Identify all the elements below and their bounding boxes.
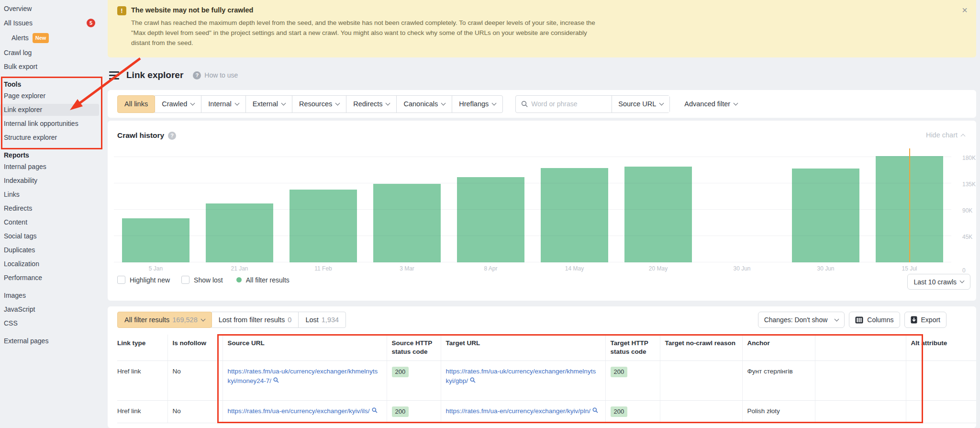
checkbox-icon	[117, 276, 125, 284]
chart-bar[interactable]	[541, 168, 608, 262]
gridline	[114, 262, 951, 262]
url-search-icon[interactable]	[273, 377, 279, 383]
filter-tab-hreflangs[interactable]: Hreflangs	[452, 95, 503, 113]
sidebar-item-social-tags[interactable]: Social tags	[0, 230, 99, 242]
highlight-new-checkbox[interactable]: Highlight new	[117, 276, 170, 284]
chart-bar-slot: 8 Apr	[449, 148, 533, 262]
sidebar-item-internal-pages[interactable]: Internal pages	[0, 161, 99, 173]
chart-bar[interactable]	[290, 190, 357, 262]
chart-bar[interactable]	[457, 177, 524, 262]
filter-tab-redirects[interactable]: Redirects	[346, 95, 397, 113]
banner-title: The website may not be fully crawled	[131, 6, 602, 14]
url-search-icon[interactable]	[470, 377, 476, 383]
sidebar-item-alerts[interactable]: AlertsNew	[0, 31, 99, 45]
gridline	[114, 157, 951, 157]
cell-source-status: 200	[387, 361, 441, 401]
search-input[interactable]	[531, 100, 612, 108]
chevron-down-icon	[386, 101, 390, 105]
filter-tab-label: Crawled	[162, 100, 187, 108]
table-tab-lost[interactable]: Lost1,934	[298, 312, 346, 328]
x-axis-label: 3 Mar	[365, 265, 449, 272]
sidebar-item-indexability[interactable]: Indexability	[0, 175, 99, 187]
sidebar-item-label: All Issues	[4, 19, 33, 27]
columns-icon	[855, 316, 863, 324]
tab-count: 1,934	[322, 316, 339, 324]
tab-count: 169,528	[172, 316, 197, 324]
chevron-up-icon	[961, 134, 966, 138]
table-header-row: Link typeIs nofollowSource URLSource HTT…	[117, 335, 976, 361]
sidebar-item-page-explorer[interactable]: Page explorer	[0, 90, 99, 102]
sidebar-item-label: Images	[4, 292, 26, 300]
sidebar-item-label: Page explorer	[4, 92, 45, 100]
sidebar-section: OverviewAll Issues5AlertsNewCrawl logBul…	[0, 3, 108, 73]
sidebar-item-images[interactable]: Images	[0, 290, 99, 302]
cell-is-nofollow: No	[167, 401, 223, 423]
source-url-link[interactable]: https://rates.fm/ua-en/currency/exchange…	[228, 407, 378, 415]
filter-tab-resources[interactable]: Resources	[292, 95, 346, 113]
changes-label: Changes: Don't show	[764, 316, 828, 324]
sidebar-item-css[interactable]: CSS	[0, 317, 99, 329]
sidebar-item-links[interactable]: Links	[0, 189, 99, 201]
search-scope-dropdown[interactable]: Source URL	[612, 96, 669, 113]
filter-tab-label: Canonicals	[403, 100, 438, 108]
sidebar-item-performance[interactable]: Performance	[0, 272, 99, 284]
x-axis-label: 11 Feb	[281, 265, 365, 272]
crawl-range-dropdown[interactable]: Last 10 crawls	[907, 274, 970, 290]
target-url-link[interactable]: https://rates.fm/ua-uk/currency/exchange…	[446, 368, 596, 384]
sidebar: OverviewAll Issues5AlertsNewCrawl logBul…	[0, 0, 108, 428]
sidebar-item-duplicates[interactable]: Duplicates	[0, 244, 99, 256]
show-lost-checkbox[interactable]: Show lost	[181, 276, 223, 284]
chevron-down-icon	[734, 101, 738, 105]
url-search-icon[interactable]	[592, 407, 598, 413]
sidebar-item-redirects[interactable]: Redirects	[0, 203, 99, 214]
column-header-source-http-status-code: Source HTTP status code	[387, 335, 441, 361]
url-search-icon[interactable]	[372, 407, 378, 413]
export-icon	[911, 316, 917, 324]
chevron-down-icon	[200, 316, 205, 321]
sidebar-item-content[interactable]: Content	[0, 216, 99, 228]
sidebar-item-label: Social tags	[4, 232, 36, 240]
sidebar-section: External pages	[0, 335, 108, 347]
filter-tab-internal[interactable]: Internal	[201, 95, 245, 113]
hide-chart-button[interactable]: Hide chart	[926, 131, 965, 139]
chevron-down-icon	[335, 101, 340, 105]
export-button[interactable]: Export	[904, 312, 947, 328]
columns-button[interactable]: Columns	[849, 312, 900, 328]
chevron-down-icon	[190, 101, 195, 105]
x-axis-label: 20 May	[616, 265, 700, 272]
chart-bar[interactable]	[122, 218, 189, 262]
source-url-link[interactable]: https://rates.fm/ua-uk/currency/exchange…	[228, 368, 378, 384]
filter-tab-canonicals[interactable]: Canonicals	[396, 95, 452, 113]
sidebar-item-link-explorer[interactable]: Link explorer	[0, 104, 99, 116]
hamburger-menu-icon[interactable]	[109, 71, 119, 79]
advanced-filter-button[interactable]: Advanced filter	[684, 100, 737, 108]
table-tab-label: Lost	[305, 316, 318, 324]
chart-bar[interactable]	[373, 184, 441, 262]
sidebar-item-all-issues[interactable]: All Issues5	[0, 17, 99, 29]
changes-dropdown[interactable]: Changes: Don't show	[758, 312, 845, 328]
target-url-link[interactable]: https://rates.fm/ua-en/currency/exchange…	[446, 407, 598, 415]
chart-bar[interactable]	[624, 167, 692, 262]
sidebar-item-bulk-export[interactable]: Bulk export	[0, 61, 99, 73]
cell-no-crawl-reason	[660, 361, 742, 401]
how-to-use-link[interactable]: ? How to use	[193, 71, 238, 79]
chart-header: Crawl history ?	[117, 131, 176, 140]
sidebar-item-localization[interactable]: Localization	[0, 258, 99, 270]
sidebar-item-internal-link-opportunities[interactable]: Internal link opportunities	[0, 118, 99, 130]
filter-tab-all-links[interactable]: All links	[117, 95, 155, 113]
legend-label: All filter results	[246, 276, 290, 284]
filter-tab-external[interactable]: External	[245, 95, 292, 113]
chart-bar[interactable]	[206, 203, 273, 262]
chevron-down-icon	[441, 101, 446, 105]
sidebar-item-crawl-log[interactable]: Crawl log	[0, 47, 99, 59]
table-tab-lost-from-filter-results[interactable]: Lost from filter results0	[212, 312, 299, 328]
close-icon[interactable]: ×	[962, 5, 968, 16]
filter-tab-crawled[interactable]: Crawled	[155, 95, 201, 113]
sidebar-item-external-pages[interactable]: External pages	[0, 335, 99, 347]
links-table: Link typeIs nofollowSource URLSource HTT…	[117, 335, 976, 423]
sidebar-item-overview[interactable]: Overview	[0, 3, 99, 15]
sidebar-item-javascript[interactable]: JavaScript	[0, 304, 99, 315]
sidebar-item-structure-explorer[interactable]: Structure explorer	[0, 132, 99, 144]
table-tab-all-filter-results[interactable]: All filter results169,528	[117, 312, 212, 328]
chart-bar-slot: 21 Jan	[198, 148, 281, 262]
